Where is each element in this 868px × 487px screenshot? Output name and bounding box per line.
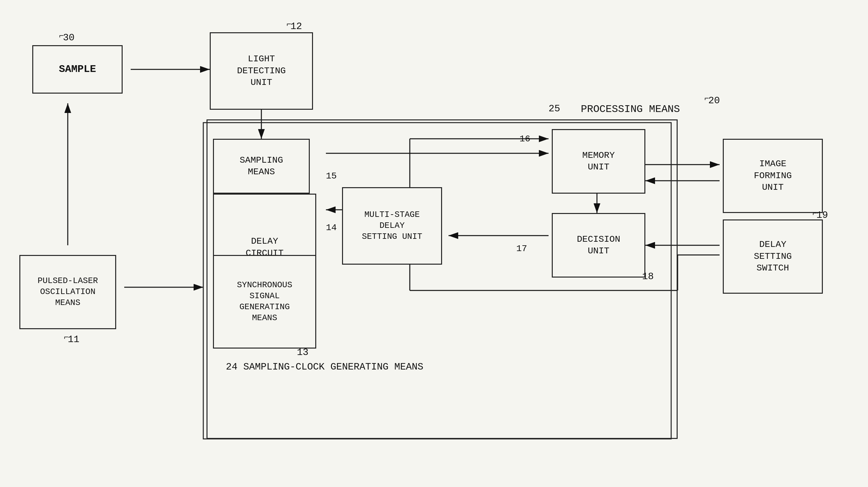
processing-means-box — [207, 119, 678, 439]
ref-20: 20 — [708, 95, 720, 106]
ref-30: 30 — [63, 32, 74, 43]
light-detecting-block: LIGHTDETECTINGUNIT — [210, 32, 313, 110]
pulsed-laser-block: PULSED-LASEROSCILLATIONMEANS — [19, 255, 116, 329]
delay-setting-switch-block: DELAYSETTINGSWITCH — [723, 219, 823, 294]
processing-means-label: PROCESSING MEANS — [581, 103, 680, 115]
image-forming-block: IMAGEFORMINGUNIT — [723, 139, 823, 213]
ref-11: 11 — [68, 334, 80, 345]
diagram: SAMPLE 30 ⌐ LIGHTDETECTINGUNIT 12 ⌐ SAMP… — [0, 0, 868, 487]
ref-12: 12 — [290, 21, 302, 32]
ref-19: 19 — [816, 210, 828, 221]
ref-25-label: 25 — [549, 103, 560, 114]
sample-block: SAMPLE — [32, 45, 123, 94]
